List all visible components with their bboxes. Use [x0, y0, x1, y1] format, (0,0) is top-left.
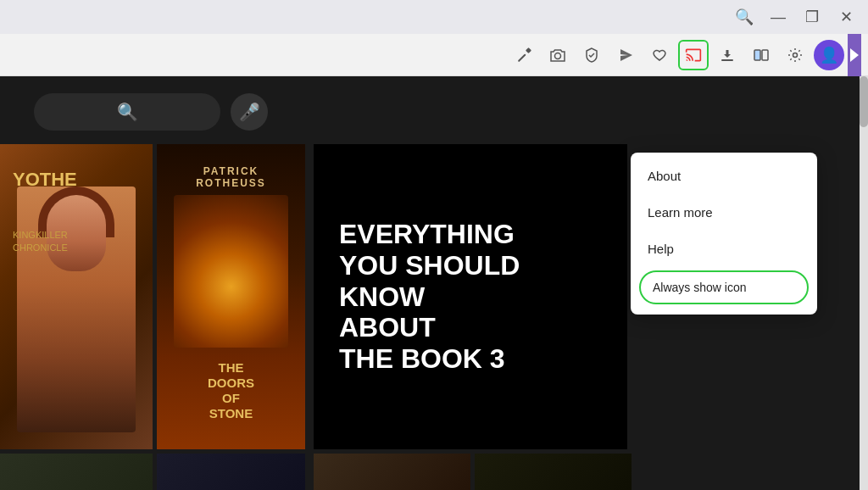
svg-rect-5 [754, 50, 760, 60]
svg-rect-4 [721, 59, 733, 61]
always-show-icon-button[interactable]: Always show icon [639, 270, 809, 304]
book-cover-doors-of-stone: PATRICKROTHEUSS THEDOORSOFSTONE [157, 144, 305, 449]
screenshot-icon[interactable] [542, 40, 573, 70]
download-icon[interactable] [712, 40, 743, 70]
search-pill[interactable]: 🔍 [34, 93, 220, 131]
mic-icon: 🎤 [239, 102, 260, 122]
heart-icon[interactable] [644, 40, 675, 70]
book2-author: PATRICKROTHEUSS [196, 165, 266, 189]
shield-icon[interactable] [576, 40, 607, 70]
book-cover-image [17, 187, 136, 432]
svg-point-7 [793, 53, 798, 57]
settings-icon[interactable] [780, 40, 810, 70]
text-banner: EVERYTHING YOU SHOULD KNOW ABOUT THE BOO… [314, 144, 627, 449]
send-icon[interactable] [610, 40, 641, 70]
svg-rect-0 [518, 53, 526, 62]
cast-dropdown-menu: About Learn more Help Always show icon [631, 153, 817, 315]
bottom-cover-1: 🎸 [0, 454, 153, 490]
content-area: YOTHE KINGKILLERCHRONICLE PATRICKROTHEUS… [0, 76, 868, 490]
edit-icon[interactable] [509, 40, 539, 70]
maximize-button[interactable]: ❐ [797, 2, 827, 32]
bottom-cover-3 [314, 454, 470, 490]
book2-title: THEDOORSOFSTONE [208, 360, 254, 421]
close-button[interactable]: ✕ [831, 2, 861, 32]
mic-button[interactable]: 🎤 [231, 93, 268, 131]
browser-toolbar: 👤 [0, 34, 868, 76]
scrollbar-thumb[interactable] [860, 76, 868, 127]
learn-more-menu-item[interactable]: Learn more [631, 194, 817, 231]
scrollbar[interactable] [860, 76, 868, 490]
banner-text: EVERYTHING YOU SHOULD KNOW ABOUT THE BOO… [339, 219, 602, 375]
about-menu-item[interactable]: About [631, 158, 817, 194]
svg-marker-8 [850, 48, 859, 62]
book-cover-kingkiller: YOTHE KINGKILLERCHRONICLE [0, 144, 153, 449]
book1-title: YOTHE [13, 170, 77, 190]
profile-icon[interactable]: 👤 [814, 40, 844, 70]
bottom-cover-2: Underthing PRESS [157, 454, 305, 490]
title-bar: 🔍 — ❐ ✕ [0, 0, 868, 34]
search-overlay: 🔍 🎤 [34, 93, 268, 131]
search-titlebar-button[interactable]: 🔍 [729, 2, 760, 32]
minimize-button[interactable]: — [763, 2, 793, 32]
search-pill-icon: 🔍 [117, 102, 138, 122]
book1-subtitle: KINGKILLERCHRONICLE [13, 229, 68, 255]
book2-cover-image [174, 195, 288, 348]
extensions-panel[interactable] [848, 34, 861, 76]
cast-icon[interactable] [678, 40, 709, 70]
split-icon[interactable] [746, 40, 776, 70]
svg-rect-6 [762, 50, 768, 60]
svg-point-2 [555, 53, 561, 58]
help-menu-item[interactable]: Help [631, 231, 817, 267]
svg-rect-1 [526, 47, 531, 53]
svg-marker-3 [620, 49, 632, 61]
bottom-cover-4: PATRICKROTHEUSS [475, 454, 632, 490]
